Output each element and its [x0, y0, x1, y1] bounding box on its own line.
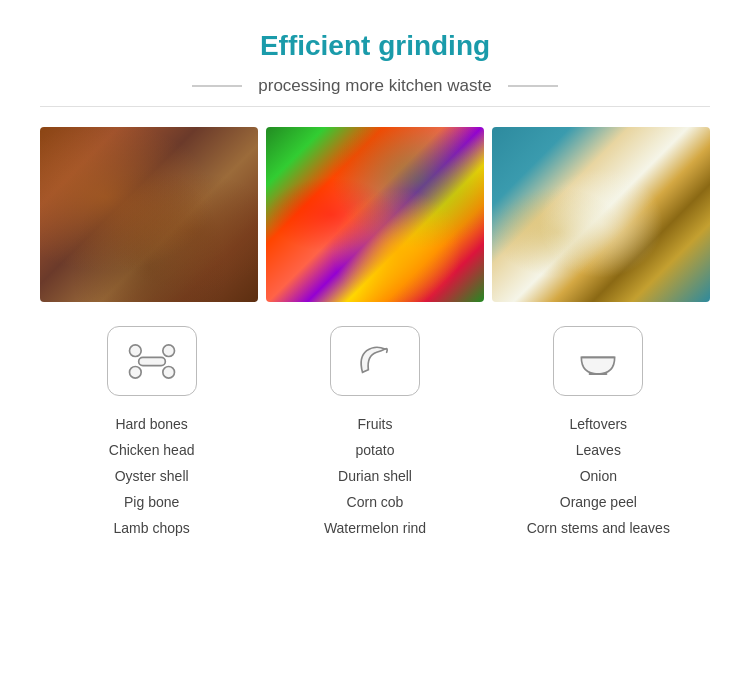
images-row	[40, 127, 710, 302]
fruits-item-2: potato	[275, 438, 475, 464]
bones-item-1: Hard bones	[52, 412, 252, 438]
subtitle-text: processing more kitchen waste	[258, 76, 491, 96]
right-line	[508, 85, 558, 87]
fruits-item-4: Corn cob	[275, 490, 475, 516]
header-divider	[40, 106, 710, 107]
bowl-icon	[573, 339, 623, 384]
categories-row: Hard bones Chicken head Oyster shell Pig…	[40, 412, 710, 541]
bones-item-2: Chicken head	[52, 438, 252, 464]
category-fruits: Fruits potato Durian shell Corn cob Wate…	[275, 412, 475, 541]
bone-icon-box	[107, 326, 197, 396]
bones-item-5: Lamb chops	[52, 516, 252, 542]
svg-point-1	[129, 366, 141, 378]
leftovers-image	[492, 127, 710, 302]
category-leftovers: Leftovers Leaves Onion Orange peel Corn …	[498, 412, 698, 541]
svg-point-0	[129, 344, 141, 356]
banana-icon	[350, 339, 400, 384]
fruits-image	[266, 127, 484, 302]
svg-point-2	[162, 344, 174, 356]
meat-image	[40, 127, 258, 302]
category-bones: Hard bones Chicken head Oyster shell Pig…	[52, 412, 252, 541]
bones-item-4: Pig bone	[52, 490, 252, 516]
fruits-item-5: Watermelon rind	[275, 516, 475, 542]
leftovers-item-1: Leftovers	[498, 412, 698, 438]
fruits-item-3: Durian shell	[275, 464, 475, 490]
banana-icon-box	[330, 326, 420, 396]
page-wrapper: Efficient grinding processing more kitch…	[0, 0, 750, 561]
bone-icon	[127, 339, 177, 384]
leftovers-item-5: Corn stems and leaves	[498, 516, 698, 542]
leftovers-item-3: Onion	[498, 464, 698, 490]
bones-item-3: Oyster shell	[52, 464, 252, 490]
svg-point-3	[162, 366, 174, 378]
header-section: Efficient grinding processing more kitch…	[40, 30, 710, 107]
bowl-icon-box	[553, 326, 643, 396]
svg-rect-4	[138, 357, 165, 365]
leftovers-item-2: Leaves	[498, 438, 698, 464]
left-line	[192, 85, 242, 87]
subtitle-row: processing more kitchen waste	[40, 76, 710, 96]
fruits-item-1: Fruits	[275, 412, 475, 438]
main-title: Efficient grinding	[40, 30, 710, 62]
leftovers-item-4: Orange peel	[498, 490, 698, 516]
icons-row	[40, 326, 710, 396]
